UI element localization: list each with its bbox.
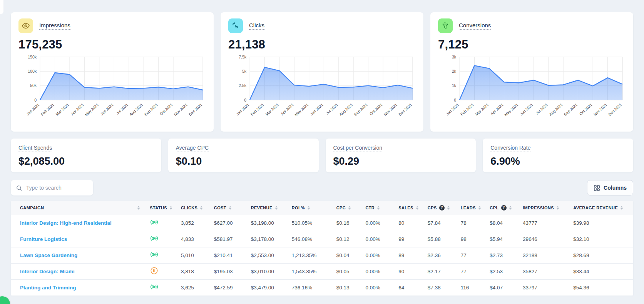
column-header-sales[interactable]: SALES [396,201,425,215]
cell-roi: 1,543.35% [289,263,334,279]
svg-text:1k: 1k [452,83,457,88]
column-header-cpc[interactable]: CPC [334,201,363,215]
cell-leads: 77 [458,263,488,279]
sort-icon[interactable] [200,206,202,210]
svg-text:Feb 2021: Feb 2021 [40,102,55,117]
svg-text:50k: 50k [30,83,37,88]
svg-text:3k: 3k [452,55,457,59]
help-icon[interactable]: ? [439,205,445,210]
svg-text:Aug 2021: Aug 2021 [338,102,354,117]
sort-icon[interactable] [229,206,231,210]
column-header-cpl[interactable]: CPL? [487,201,520,215]
metric-label[interactable]: Cost per Conversion [333,145,383,152]
svg-text:Oct 2021: Oct 2021 [159,102,174,116]
column-header-avg_revenue[interactable]: AVERAGE REVENUE [571,201,633,215]
search-input[interactable] [26,185,89,191]
sort-icon[interactable] [308,206,310,210]
column-header-ctr[interactable]: CTR [363,201,396,215]
campaigns-table: CAMPAIGNSTATUSCLICKSCOSTREVENUEROI %CPCC… [11,201,633,296]
column-header-roi[interactable]: ROI % [289,201,334,215]
sort-icon[interactable] [478,206,481,210]
svg-text:Apr 2021: Apr 2021 [280,102,294,116]
cell-cps: $2.36 [425,247,458,263]
svg-text:Oct 2021: Oct 2021 [579,102,593,116]
cell-impressions: 43777 [520,215,571,231]
column-header-leads[interactable]: LEADS [458,201,488,215]
kpi-header: Impressions [18,18,206,33]
chat-widget-bubble[interactable] [0,296,10,304]
column-header-status[interactable]: STATUS [147,201,179,215]
column-label: SALES [398,205,413,210]
table-header-row: CAMPAIGNSTATUSCLICKSCOSTREVENUEROI %CPCC… [11,201,633,215]
status-running-icon[interactable] [150,282,159,291]
page-edge-artifact [0,0,3,14]
column-label: CPC [336,205,346,210]
kpi-label-clicks[interactable]: Clicks [249,22,264,30]
svg-text:Dec 2021: Dec 2021 [607,102,622,117]
cell-revenue: $3,479.00 [249,279,289,296]
column-label: CTR [365,205,375,210]
campaign-link[interactable]: Interior Design: Miami [20,269,75,274]
column-header-cost[interactable]: COST [212,201,249,215]
cell-impressions: 32188 [520,247,571,263]
svg-text:Jul 2021: Jul 2021 [115,102,129,115]
cell-ctr: 0.00% [363,215,396,231]
sort-icon[interactable] [621,206,623,210]
sort-icon[interactable] [377,206,380,210]
campaign-link[interactable]: Lawn Space Gardening [20,252,77,258]
svg-text:Mar 2021: Mar 2021 [474,102,489,117]
sort-icon[interactable] [348,206,351,210]
kpi-label-conversions[interactable]: Conversions [459,22,491,30]
sort-icon[interactable] [509,206,512,210]
svg-text:Aug 2021: Aug 2021 [129,102,144,117]
sort-icon[interactable] [275,206,278,210]
kpi-label-impressions[interactable]: Impressions [39,22,70,30]
metric-label[interactable]: Average CPC [176,145,209,152]
help-icon[interactable]: ? [501,205,507,210]
cell-cost: $627.00 [212,215,249,231]
metric-label[interactable]: Conversion Rate [490,145,530,152]
metric-label[interactable]: Client Spends [18,145,52,152]
table-row: Lawn Space Gardening5,010$210.41$2,553.0… [11,247,633,263]
column-header-cps[interactable]: CPS? [425,201,458,215]
metric-value: $2,085.00 [18,155,154,167]
column-header-impressions[interactable]: IMPRESSIONS [520,201,571,215]
conversions-chart: 01k2k3kJan 2021Feb 2021Mar 2021Apr 2021M… [438,52,626,124]
column-header-campaign[interactable]: CAMPAIGN [11,201,147,215]
svg-text:May 2021: May 2021 [84,102,99,117]
campaign-link[interactable]: Planting and Trimming [20,285,76,291]
metric-card-average-cpc: Average CPC $0.10 [168,139,319,172]
column-label: CLICKS [181,205,197,210]
sort-icon[interactable] [447,206,450,210]
svg-text:Oct 2021: Oct 2021 [369,102,383,116]
cell-cpc: $0.16 [334,215,363,231]
campaign-link[interactable]: Furniture Logistics [20,236,67,242]
columns-button[interactable]: Columns [587,180,633,195]
sort-icon[interactable] [170,206,172,210]
cell-cpl: $4.07 [487,279,520,296]
campaign-link[interactable]: Interior Design: High-end Residential [20,220,112,226]
status-running-icon[interactable] [150,218,159,227]
search-box[interactable] [11,180,93,195]
cell-status [147,247,179,263]
svg-text:Apr 2021: Apr 2021 [70,102,85,116]
sort-icon[interactable] [137,206,140,210]
metric-card-conversion-rate: Conversion Rate 6.90% [483,139,633,172]
status-paused-icon[interactable] [150,266,159,275]
cell-revenue: $2,553.00 [249,247,289,263]
impressions-chart: 050k100k150kJan 2021Feb 2021Mar 2021Apr … [18,52,206,124]
sort-icon[interactable] [416,206,418,210]
status-running-icon[interactable] [150,234,159,243]
column-header-revenue[interactable]: REVENUE [249,201,289,215]
sort-icon[interactable] [557,206,559,210]
cell-avg_revenue: $28.69 [571,247,633,263]
column-label: REVENUE [251,205,273,210]
cell-status [147,279,179,296]
column-header-clicks[interactable]: CLICKS [179,201,212,215]
svg-text:7.5k: 7.5k [239,55,247,59]
cell-sales: 90 [396,263,425,279]
cell-cps: $5.88 [425,231,458,247]
cell-campaign: Interior Design: High-end Residential [11,215,147,231]
status-running-icon[interactable] [150,250,159,259]
cell-cpl: $5.94 [487,231,520,247]
